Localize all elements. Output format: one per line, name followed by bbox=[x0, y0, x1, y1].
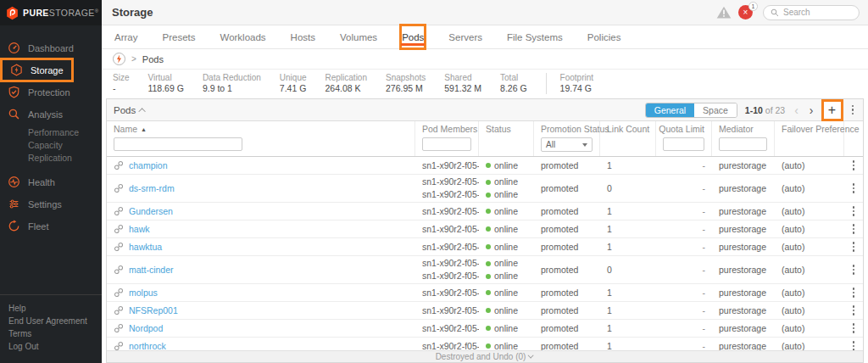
column-quota-limit-label[interactable]: Quota Limit bbox=[659, 124, 704, 135]
tab-workloads[interactable]: Workloads bbox=[219, 25, 266, 48]
column-failover-preference-label[interactable]: Failover Preference bbox=[782, 124, 837, 135]
sidebar-subitem-capacity[interactable]: Capacity bbox=[28, 139, 102, 152]
member-status: online bbox=[486, 257, 518, 270]
array-bolt-icon[interactable] bbox=[113, 53, 125, 65]
sidebar-link-log-out[interactable]: Log Out bbox=[8, 340, 93, 353]
destroyed-undo-bar[interactable]: Destroyed and Undo (0) bbox=[107, 350, 863, 362]
sidebar-item-analysis[interactable]: Analysis bbox=[0, 104, 70, 124]
sidebar-item-protection[interactable]: Protection bbox=[0, 82, 78, 102]
row-menu-icon[interactable] bbox=[850, 263, 858, 276]
sidebar-item-health[interactable]: Health bbox=[0, 172, 63, 192]
pod-name-link[interactable]: northrock bbox=[129, 341, 166, 350]
row-menu-icon[interactable] bbox=[850, 182, 858, 195]
pod-name-link[interactable]: molpus bbox=[129, 288, 158, 298]
sidebar-item-fleet[interactable]: Fleet bbox=[0, 216, 56, 236]
pod-name-link[interactable]: hawk bbox=[129, 224, 150, 234]
row-menu-icon[interactable] bbox=[850, 321, 858, 335]
table-header-row: Name▲ Pod Members Status Promotion Statu… bbox=[107, 121, 863, 157]
toggle-general[interactable]: General bbox=[646, 103, 694, 117]
sidebar-item-storage[interactable]: Storage bbox=[3, 60, 71, 80]
pod-name-link[interactable]: hawktua bbox=[129, 242, 162, 252]
toggle-space[interactable]: Space bbox=[694, 103, 737, 117]
cell-row-menu bbox=[844, 302, 863, 319]
tab-volumes[interactable]: Volumes bbox=[339, 25, 378, 48]
protection-icon bbox=[8, 86, 20, 98]
row-menu-icon[interactable] bbox=[850, 339, 858, 350]
row-menu-icon[interactable] bbox=[850, 286, 858, 299]
prev-page-button[interactable]: ‹ bbox=[793, 104, 800, 116]
fleet-icon bbox=[8, 220, 20, 232]
warning-triangle-icon[interactable] bbox=[716, 6, 732, 19]
tab-presets[interactable]: Presets bbox=[161, 25, 196, 48]
sidebar-subitem-performance[interactable]: Performance bbox=[28, 126, 102, 139]
table-row: Gundersensn1-x90r2-f05-27onlinepromoted1… bbox=[107, 203, 863, 221]
pod-name-link[interactable]: NFSRep001 bbox=[129, 305, 178, 316]
tab-pods[interactable]: Pods bbox=[401, 25, 425, 48]
stat-value: - bbox=[113, 83, 129, 94]
column-pod-members-label[interactable]: Pod Members bbox=[422, 124, 471, 135]
cell-link-count: 1 bbox=[600, 302, 656, 319]
pod-name-link[interactable]: Nordpod bbox=[129, 323, 163, 333]
stat-value: 118.69 G bbox=[147, 83, 183, 94]
cell-quota-limit: - bbox=[656, 338, 712, 350]
tab-file-systems[interactable]: File Systems bbox=[506, 25, 564, 48]
cell-pod-members: sn1-x90r2-f05-27sn1-x90r2-f05-33 bbox=[415, 256, 479, 283]
pod-name-link[interactable]: Gundersen bbox=[129, 206, 173, 216]
row-menu-icon[interactable] bbox=[850, 222, 858, 236]
cell-quota-limit: - bbox=[656, 238, 712, 255]
sidebar-item-settings[interactable]: Settings bbox=[0, 194, 70, 214]
stat-label: Snapshots bbox=[386, 73, 426, 83]
cell-quota-limit: - bbox=[656, 284, 712, 301]
column-link-count-label[interactable]: Link Count bbox=[607, 124, 648, 135]
column-status-label[interactable]: Status bbox=[486, 124, 526, 135]
pods-table: Name▲ Pod Members Status Promotion Statu… bbox=[107, 121, 863, 350]
sidebar-item-label: Health bbox=[28, 177, 55, 187]
pod-name-link[interactable]: matt-cinder bbox=[129, 265, 174, 275]
cell-status: onlineonline bbox=[479, 175, 534, 202]
collapse-panel-icon[interactable] bbox=[139, 108, 146, 114]
tab-policies[interactable]: Policies bbox=[587, 25, 622, 48]
cell-status: online bbox=[479, 302, 534, 319]
mediator-filter-input[interactable] bbox=[719, 137, 767, 151]
error-alert-icon[interactable]: ×1 bbox=[738, 5, 753, 20]
cell-promotion-status: promoted bbox=[534, 338, 600, 350]
row-menu-icon[interactable] bbox=[850, 304, 858, 317]
pagination-label: 1-10 of 23 bbox=[745, 105, 785, 115]
sidebar-item-dashboard[interactable]: Dashboard bbox=[0, 38, 81, 58]
tab-servers[interactable]: Servers bbox=[448, 25, 483, 48]
column-mediator-label[interactable]: Mediator bbox=[719, 124, 767, 135]
pod-member-array: sn1-x90r2-f05-27 bbox=[422, 241, 479, 254]
member-status: online bbox=[486, 287, 518, 299]
sidebar-link-end-user-agreement[interactable]: End User Agreement bbox=[8, 315, 93, 327]
promotion-status-filter-select[interactable]: All bbox=[541, 137, 593, 152]
cell-link-count: 1 bbox=[600, 221, 656, 237]
online-status-dot bbox=[486, 244, 491, 249]
search-input[interactable] bbox=[783, 8, 852, 17]
sidebar-link-help[interactable]: Help bbox=[8, 302, 93, 315]
cell-pod-members: sn1-x90r2-f05-27 bbox=[415, 302, 479, 319]
name-filter-input[interactable] bbox=[114, 137, 242, 151]
pod-name-link[interactable]: champion bbox=[129, 160, 168, 170]
sidebar-subitem-replication[interactable]: Replication bbox=[28, 152, 102, 165]
quota-limit-filter-input[interactable] bbox=[663, 137, 704, 151]
panel-menu-icon[interactable] bbox=[849, 103, 857, 117]
row-menu-icon[interactable] bbox=[850, 204, 858, 218]
tab-array[interactable]: Array bbox=[114, 25, 138, 48]
row-menu-icon[interactable] bbox=[850, 159, 858, 172]
column-name-label[interactable]: Name▲ bbox=[114, 124, 408, 135]
stat-label: Shared bbox=[444, 73, 481, 83]
next-page-button[interactable]: › bbox=[808, 104, 815, 116]
error-count-badge: 1 bbox=[748, 2, 758, 11]
sidebar-link-terms[interactable]: Terms bbox=[8, 327, 93, 340]
pod-name-link[interactable]: ds-srm-rdm bbox=[129, 183, 175, 193]
row-menu-icon[interactable] bbox=[850, 240, 858, 254]
member-status: online bbox=[486, 176, 518, 188]
column-promotion-status-label[interactable]: Promotion Status bbox=[541, 124, 593, 135]
cell-status: online bbox=[479, 221, 534, 237]
create-pod-button[interactable]: + bbox=[823, 101, 842, 120]
pod-member-array: sn1-x90r2-f05-27 bbox=[422, 223, 479, 236]
tab-hosts[interactable]: Hosts bbox=[290, 25, 316, 48]
storage-icon bbox=[10, 64, 23, 76]
pod-members-filter-input[interactable] bbox=[422, 137, 471, 151]
analysis-icon bbox=[8, 108, 20, 120]
